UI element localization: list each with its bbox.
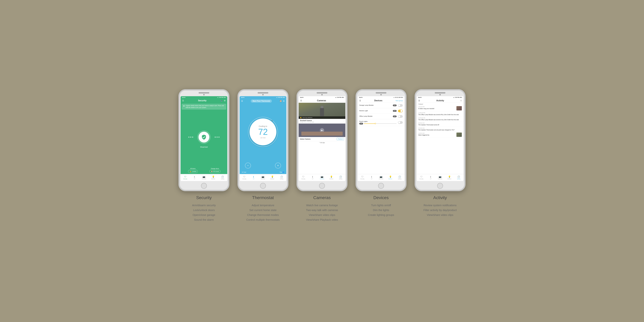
menu-icon-security[interactable]: ☰ [182, 100, 184, 102]
status-icons-activity: ▲ 2:53 PM 45% [453, 97, 462, 98]
security-item-3: Sound the alarm [192, 217, 216, 222]
thermo-mode-fan[interactable]: Fan 🌀 [280, 172, 284, 173]
toggle-3[interactable] [398, 121, 403, 124]
activity-item-4[interactable]: 6:33:43 AM The Upstairs Thermostat cool … [417, 127, 464, 132]
carrier-activity: Sprint [418, 97, 422, 98]
tab-cameras[interactable]: 📷 Cameras [199, 174, 209, 181]
speaker-icon-security[interactable]: 🔈 [220, 100, 223, 102]
tab-security[interactable]: 🛡 Security [180, 174, 190, 181]
home-button-wrap-3 [298, 182, 346, 190]
status-bar-activity: Sprint ▲ 2:53 PM 45% [417, 96, 464, 98]
toggle-2[interactable] [398, 115, 403, 118]
tab-thermo-d[interactable]: 🌡 70° [367, 174, 376, 181]
tab-thermostat[interactable]: 🌡 73° [190, 174, 199, 181]
tab-activity-d[interactable]: 🕐 Activity [395, 174, 404, 181]
filter-icon-activity[interactable]: ▽ [460, 100, 462, 102]
home-button-1[interactable] [201, 183, 207, 189]
tab-act-label-t: Activity [280, 178, 283, 180]
home-button-2[interactable] [260, 183, 266, 189]
activity-item-1[interactable]: 12:48:43 PM The Office Lamp Module was t… [417, 111, 464, 116]
battery-devices: 81% [400, 97, 403, 98]
wifi-icon-devices: ▲ [394, 97, 394, 98]
indoor-feed: ▶ [299, 124, 345, 137]
tab-sec-label-d: Security [360, 178, 364, 180]
home-button-3[interactable] [319, 183, 325, 189]
locked-badge[interactable]: 🔒 Locked [188, 170, 198, 173]
tab-dev-icon-a: 💡 [448, 176, 451, 178]
tab-cameras-t[interactable]: 📷 Cameras [258, 174, 268, 181]
dev-item-2: Create lighting groups [368, 212, 394, 217]
tab-thermo-a[interactable]: 🌡 73° [426, 174, 436, 181]
phone-camera-5 [440, 94, 441, 96]
activity-time-4: 6:33:43 AM [418, 128, 462, 129]
thermo-nav-pill[interactable]: Main Floor Thermostat [251, 100, 272, 103]
thermo-plus-btn[interactable]: + [275, 162, 281, 168]
security-content: 🖥 A green shield means that your home is… [180, 103, 227, 174]
settings-icon-thermo[interactable]: ⚙ [283, 100, 285, 102]
tab-activity-c[interactable]: 🕐 Activity [336, 174, 345, 181]
cool-label: Cool [244, 172, 246, 173]
tab-security-a[interactable]: 🛡 Security [417, 174, 426, 181]
playback-button[interactable]: Playback [336, 138, 344, 140]
menu-icon-cameras[interactable]: ☰ [300, 100, 302, 102]
tab-security-t[interactable]: 🛡 Security [240, 174, 249, 181]
off-badge-2: OFF [393, 116, 396, 117]
tab-activity[interactable]: 🕐 Activity [218, 174, 227, 181]
tab-devices-c[interactable]: 💡 Devices [327, 174, 336, 181]
new-group-btn[interactable]: New group [396, 100, 403, 102]
indoor-camera-text: Indoor Camera [300, 138, 310, 140]
cam-item-2: View/share video clips [306, 212, 338, 217]
doorbell-info-row[interactable]: Doorbell Camera Image from 2 minutes ago… [299, 119, 345, 124]
activity-phone-col: Sprint ▲ 2:53 PM 45% ☰ Activity ▽ Today [414, 89, 466, 217]
tab-activity-t[interactable]: 🕐 Activity [277, 174, 286, 181]
all-clips-row[interactable]: ^ All clips [299, 141, 345, 144]
tab-thermo-c[interactable]: 🌡 73° [308, 174, 318, 181]
door-status-row: All doors 🔒 Locked Garage doors 🏠 All cl… [180, 168, 227, 173]
shield-row [188, 130, 220, 144]
all-closed-badge[interactable]: 🏠 All closed [210, 170, 220, 173]
slider-track-3[interactable] [364, 124, 396, 124]
toggle-0[interactable] [398, 104, 403, 107]
tab-activity-a[interactable]: 🕐 Activity [454, 174, 464, 181]
tab-devices-a[interactable]: 💡 Devices [445, 174, 454, 181]
nav-bar-security: ☰ Security 🔈 ⚙ [180, 98, 227, 103]
tab-security-d[interactable]: 🛡 Security [358, 174, 367, 181]
cam-item-0: Watch live camera footage [306, 203, 338, 208]
doorbell-feed: 🔔 Send ring notification [299, 103, 345, 119]
menu-icon-thermo[interactable]: ☰ [241, 100, 243, 102]
activity-item-5[interactable]: 4:28:43 AM Alarm triggered by [417, 132, 464, 138]
tab-devices-t[interactable]: 💡 Devices [268, 174, 277, 181]
time-cameras: 2:54 PM [336, 97, 341, 98]
home-icon-thermo[interactable]: 🏠 [280, 100, 282, 102]
lock-icon: 🔒 [190, 170, 192, 172]
cameras-phone-col: Sprint ▲ 2:54 PM 46% ☰ Cameras [296, 89, 348, 222]
thermo-mode-cool[interactable]: ❄ Cool [242, 172, 246, 173]
home-button-wrap-5 [416, 182, 464, 190]
home-button-5[interactable] [437, 183, 443, 189]
tab-cameras-a[interactable]: 📷 Cameras [435, 174, 445, 181]
tab-security-c[interactable]: 🛡 Security [299, 174, 308, 181]
device-name-1: Kitchen Light [359, 110, 392, 112]
tab-devices[interactable]: 💡 Devices [209, 174, 218, 181]
status-icons-security: ▲ 2:55 PM 42% [217, 97, 226, 98]
locked-text: Locked [192, 171, 196, 172]
device-row-0: Garage Lamp Module OFF [358, 103, 404, 108]
thermo-minus-btn[interactable]: − [245, 162, 251, 168]
tab-thermostat-t[interactable]: 🌡 73° [249, 174, 258, 181]
shield-circle[interactable] [197, 130, 211, 144]
activity-item-0[interactable]: 2:53:43 PM A visitor rang your doorbell [417, 105, 464, 111]
menu-icon-devices[interactable]: ☰ [359, 100, 361, 102]
tab-cameras-c[interactable]: 📷 Cameras [317, 174, 327, 181]
tab-cameras-d[interactable]: 📷 Cameras [376, 174, 386, 181]
activity-item-2[interactable]: 10:43:43 AM The Office Lamp Module was t… [417, 116, 464, 122]
settings-icon-security[interactable]: ⚙ [224, 100, 226, 102]
home-button-4[interactable] [378, 183, 384, 189]
activity-item-3[interactable]: 8:38:43 AM The Upstairs Thermostat turne… [417, 122, 464, 127]
tab-devices-d[interactable]: 💡 Devices [386, 174, 395, 181]
menu-icon-activity[interactable]: ☰ [418, 100, 420, 102]
device-name-2: Office Lamp Module [359, 116, 392, 117]
chevron-right-doorbell: › [344, 120, 344, 122]
home-button-wrap-4 [356, 182, 406, 190]
tab-cam-label: Cameras [202, 178, 206, 180]
toggle-1[interactable] [398, 110, 403, 112]
